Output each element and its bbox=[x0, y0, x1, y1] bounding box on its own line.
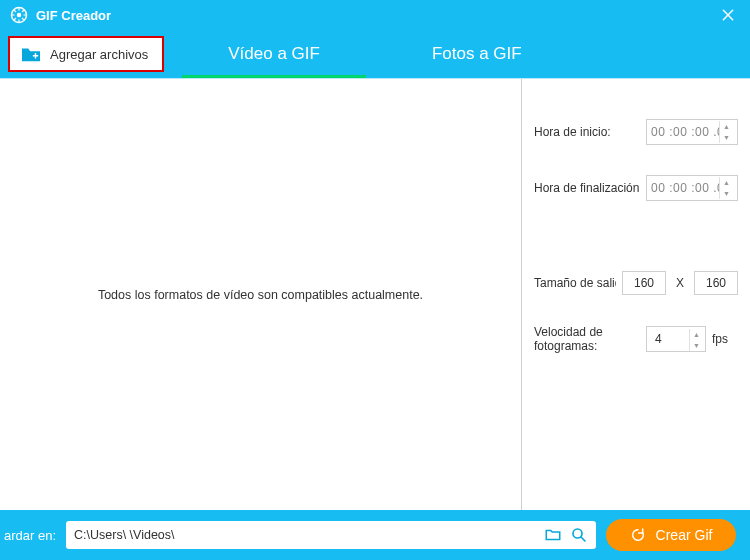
add-files-label: Agregar archivos bbox=[50, 47, 148, 62]
preview-pane: Todos los formatos de vídeo son compatib… bbox=[0, 79, 522, 510]
tab-photos-to-gif[interactable]: Fotos a GIF bbox=[426, 30, 528, 78]
refresh-icon bbox=[630, 527, 646, 543]
tab-video-to-gif[interactable]: Vídeo a GIF bbox=[222, 30, 326, 78]
create-gif-button[interactable]: Crear Gif bbox=[606, 519, 736, 551]
end-time-input[interactable]: 00 :00 :00 .000 ▲ ▼ bbox=[646, 175, 738, 201]
output-height-input[interactable] bbox=[694, 271, 738, 295]
chevron-up-icon[interactable]: ▲ bbox=[720, 177, 733, 188]
create-gif-label: Crear Gif bbox=[656, 527, 713, 543]
fps-spinner[interactable]: ▲ ▼ bbox=[689, 329, 703, 351]
end-time-value: 00 :00 :00 .000 bbox=[651, 181, 719, 195]
start-time-row: Hora de inicio: 00 :00 :00 .000 ▲ ▼ bbox=[534, 119, 738, 145]
header: Agregar archivos Vídeo a GIF Fotos a GIF bbox=[0, 30, 750, 78]
browse-folder-button[interactable] bbox=[544, 526, 562, 544]
preview-placeholder: Todos los formatos de vídeo son compatib… bbox=[98, 288, 423, 302]
open-folder-button[interactable] bbox=[570, 526, 588, 544]
start-time-value: 00 :00 :00 .000 bbox=[651, 125, 719, 139]
app-icon bbox=[10, 6, 28, 24]
tab-label: Fotos a GIF bbox=[432, 44, 522, 64]
chevron-up-icon[interactable]: ▲ bbox=[720, 121, 733, 132]
close-icon bbox=[721, 8, 735, 22]
titlebar: GIF Creador bbox=[0, 0, 750, 30]
end-time-row: Hora de finalización: 00 :00 :00 .000 ▲ … bbox=[534, 175, 738, 201]
chevron-up-icon[interactable]: ▲ bbox=[690, 329, 703, 340]
output-size-label: Tamaño de salida: bbox=[534, 276, 616, 290]
tab-label: Vídeo a GIF bbox=[228, 44, 320, 64]
close-button[interactable] bbox=[716, 3, 740, 27]
main-area: Todos los formatos de vídeo son compatib… bbox=[0, 78, 750, 510]
add-file-icon bbox=[20, 45, 42, 63]
fps-row: Velocidad de fotogramas: 4 ▲ ▼ fps bbox=[534, 325, 738, 353]
footer: ardar en: C:\Users\ \Videos\ Crear Gif bbox=[0, 510, 750, 560]
save-path-box: C:\Users\ \Videos\ bbox=[66, 521, 596, 549]
fps-value: 4 bbox=[655, 332, 662, 346]
search-icon bbox=[570, 526, 588, 544]
save-path-input[interactable]: C:\Users\ \Videos\ bbox=[74, 528, 536, 542]
folder-icon bbox=[544, 526, 562, 544]
app-window: GIF Creador Agregar archivos Vídeo a GIF… bbox=[0, 0, 750, 560]
fps-label: Velocidad de fotogramas: bbox=[534, 325, 640, 353]
start-time-label: Hora de inicio: bbox=[534, 125, 640, 139]
end-time-spinner[interactable]: ▲ ▼ bbox=[719, 177, 733, 199]
fps-unit: fps bbox=[712, 332, 728, 346]
output-size-row: Tamaño de salida: X bbox=[534, 271, 738, 295]
chevron-down-icon[interactable]: ▼ bbox=[720, 132, 733, 143]
start-time-spinner[interactable]: ▲ ▼ bbox=[719, 121, 733, 143]
start-time-input[interactable]: 00 :00 :00 .000 ▲ ▼ bbox=[646, 119, 738, 145]
fps-input[interactable]: 4 ▲ ▼ bbox=[646, 326, 706, 352]
settings-pane: Hora de inicio: 00 :00 :00 .000 ▲ ▼ Hora… bbox=[522, 79, 750, 510]
chevron-down-icon[interactable]: ▼ bbox=[720, 188, 733, 199]
save-in-label: ardar en: bbox=[0, 528, 56, 543]
end-time-label: Hora de finalización: bbox=[534, 181, 640, 195]
window-title: GIF Creador bbox=[36, 8, 111, 23]
add-files-button[interactable]: Agregar archivos bbox=[8, 36, 164, 72]
size-separator: X bbox=[672, 276, 688, 290]
chevron-down-icon[interactable]: ▼ bbox=[690, 340, 703, 351]
svg-point-1 bbox=[17, 13, 22, 18]
svg-point-2 bbox=[573, 529, 582, 538]
output-width-input[interactable] bbox=[622, 271, 666, 295]
